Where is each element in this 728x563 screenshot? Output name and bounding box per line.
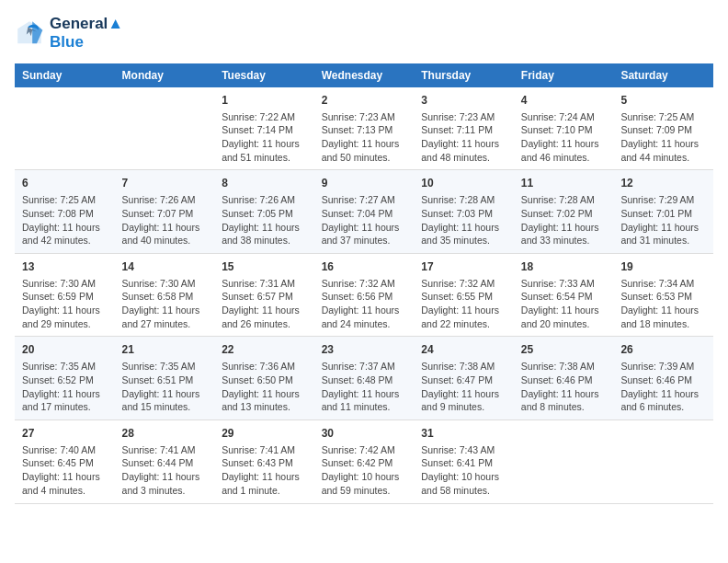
day-info: Sunrise: 7:23 AM Sunset: 7:11 PM Dayligh…: [421, 110, 506, 165]
day-number: 13: [22, 259, 108, 275]
day-number: 14: [122, 259, 208, 275]
calendar-cell: 19Sunrise: 7:34 AM Sunset: 6:53 PM Dayli…: [613, 253, 713, 337]
week-row-1: 1Sunrise: 7:22 AM Sunset: 7:14 PM Daylig…: [15, 87, 713, 170]
day-info: Sunrise: 7:38 AM Sunset: 6:47 PM Dayligh…: [421, 360, 506, 414]
day-info: Sunrise: 7:30 AM Sunset: 6:58 PM Dayligh…: [122, 277, 208, 331]
day-info: Sunrise: 7:32 AM Sunset: 6:56 PM Dayligh…: [322, 277, 407, 331]
calendar-cell: 27Sunrise: 7:40 AM Sunset: 6:45 PM Dayli…: [15, 419, 115, 503]
day-number: 11: [521, 176, 607, 191]
day-number: 5: [620, 93, 706, 109]
day-number: 28: [122, 426, 208, 442]
weekday-header-saturday: Saturday: [613, 63, 713, 87]
day-info: Sunrise: 7:27 AM Sunset: 7:04 PM Dayligh…: [322, 193, 407, 247]
day-number: 6: [22, 176, 108, 191]
day-number: 31: [421, 426, 506, 442]
calendar-cell: 12Sunrise: 7:29 AM Sunset: 7:01 PM Dayli…: [613, 170, 713, 254]
day-info: Sunrise: 7:29 AM Sunset: 7:01 PM Dayligh…: [620, 193, 706, 247]
calendar-cell: 3Sunrise: 7:23 AM Sunset: 7:11 PM Daylig…: [414, 87, 514, 170]
calendar-cell: 21Sunrise: 7:35 AM Sunset: 6:51 PM Dayli…: [115, 337, 215, 420]
day-number: 17: [421, 259, 506, 275]
weekday-header-tuesday: Tuesday: [214, 63, 314, 87]
calendar-cell: [15, 87, 115, 170]
weekday-header-row: SundayMondayTuesdayWednesdayThursdayFrid…: [15, 63, 713, 87]
day-number: 10: [421, 176, 506, 191]
day-info: Sunrise: 7:28 AM Sunset: 7:03 PM Dayligh…: [421, 193, 506, 247]
calendar-cell: 9Sunrise: 7:27 AM Sunset: 7:04 PM Daylig…: [314, 170, 415, 254]
day-info: Sunrise: 7:41 AM Sunset: 6:43 PM Dayligh…: [222, 443, 307, 498]
calendar-cell: 14Sunrise: 7:30 AM Sunset: 6:58 PM Dayli…: [115, 253, 215, 337]
calendar-cell: [514, 419, 614, 503]
calendar-cell: 2Sunrise: 7:23 AM Sunset: 7:13 PM Daylig…: [314, 87, 415, 170]
day-info: Sunrise: 7:40 AM Sunset: 6:45 PM Dayligh…: [22, 443, 108, 498]
day-number: 19: [620, 259, 706, 275]
day-number: 2: [322, 93, 407, 109]
calendar-cell: 7Sunrise: 7:26 AM Sunset: 7:07 PM Daylig…: [115, 170, 215, 254]
day-info: Sunrise: 7:22 AM Sunset: 7:14 PM Dayligh…: [222, 110, 307, 165]
week-row-2: 6Sunrise: 7:25 AM Sunset: 7:08 PM Daylig…: [15, 170, 713, 254]
weekday-header-wednesday: Wednesday: [314, 63, 415, 87]
day-number: 16: [322, 259, 407, 275]
day-info: Sunrise: 7:28 AM Sunset: 7:02 PM Dayligh…: [521, 193, 607, 247]
weekday-header-friday: Friday: [514, 63, 614, 87]
day-info: Sunrise: 7:35 AM Sunset: 6:52 PM Dayligh…: [22, 360, 108, 414]
calendar-table: SundayMondayTuesdayWednesdayThursdayFrid…: [15, 63, 713, 504]
day-number: 21: [122, 342, 208, 358]
day-info: Sunrise: 7:42 AM Sunset: 6:42 PM Dayligh…: [322, 443, 407, 498]
logo: General▲ Blue: [15, 15, 123, 52]
day-info: Sunrise: 7:31 AM Sunset: 6:57 PM Dayligh…: [222, 277, 307, 331]
calendar-cell: 15Sunrise: 7:31 AM Sunset: 6:57 PM Dayli…: [214, 253, 314, 337]
calendar-cell: 10Sunrise: 7:28 AM Sunset: 7:03 PM Dayli…: [414, 170, 514, 254]
day-number: 26: [620, 342, 706, 358]
day-number: 8: [222, 176, 307, 191]
day-number: 22: [222, 342, 307, 358]
day-number: 15: [222, 259, 307, 275]
day-info: Sunrise: 7:24 AM Sunset: 7:10 PM Dayligh…: [521, 110, 607, 165]
calendar-cell: 6Sunrise: 7:25 AM Sunset: 7:08 PM Daylig…: [15, 170, 115, 254]
calendar-cell: 13Sunrise: 7:30 AM Sunset: 6:59 PM Dayli…: [15, 253, 115, 337]
day-info: Sunrise: 7:38 AM Sunset: 6:46 PM Dayligh…: [521, 360, 607, 414]
day-number: 30: [322, 426, 407, 442]
day-info: Sunrise: 7:43 AM Sunset: 6:41 PM Dayligh…: [421, 443, 506, 498]
day-info: Sunrise: 7:39 AM Sunset: 6:46 PM Dayligh…: [620, 360, 706, 414]
day-info: Sunrise: 7:33 AM Sunset: 6:54 PM Dayligh…: [521, 277, 607, 331]
day-number: 25: [521, 342, 607, 358]
calendar-cell: 22Sunrise: 7:36 AM Sunset: 6:50 PM Dayli…: [214, 337, 314, 420]
day-number: 20: [22, 342, 108, 358]
calendar-cell: 1Sunrise: 7:22 AM Sunset: 7:14 PM Daylig…: [214, 87, 314, 170]
calendar-cell: [115, 87, 215, 170]
day-info: Sunrise: 7:30 AM Sunset: 6:59 PM Dayligh…: [22, 277, 108, 331]
day-info: Sunrise: 7:37 AM Sunset: 6:48 PM Dayligh…: [322, 360, 407, 414]
day-number: 24: [421, 342, 506, 358]
day-info: Sunrise: 7:23 AM Sunset: 7:13 PM Dayligh…: [322, 110, 407, 165]
calendar-cell: 31Sunrise: 7:43 AM Sunset: 6:41 PM Dayli…: [414, 419, 514, 503]
weekday-header-monday: Monday: [115, 63, 215, 87]
day-number: 29: [222, 426, 307, 442]
day-number: 1: [222, 93, 307, 109]
week-row-4: 20Sunrise: 7:35 AM Sunset: 6:52 PM Dayli…: [15, 337, 713, 420]
day-info: Sunrise: 7:32 AM Sunset: 6:55 PM Dayligh…: [421, 277, 506, 331]
day-info: Sunrise: 7:26 AM Sunset: 7:05 PM Dayligh…: [222, 193, 307, 247]
day-number: 18: [521, 259, 607, 275]
calendar-cell: 25Sunrise: 7:38 AM Sunset: 6:46 PM Dayli…: [514, 337, 614, 420]
day-info: Sunrise: 7:35 AM Sunset: 6:51 PM Dayligh…: [122, 360, 208, 414]
calendar-cell: [613, 419, 713, 503]
calendar-cell: 30Sunrise: 7:42 AM Sunset: 6:42 PM Dayli…: [314, 419, 415, 503]
calendar-cell: 20Sunrise: 7:35 AM Sunset: 6:52 PM Dayli…: [15, 337, 115, 420]
day-number: 9: [322, 176, 407, 191]
calendar-cell: 16Sunrise: 7:32 AM Sunset: 6:56 PM Dayli…: [314, 253, 415, 337]
day-info: Sunrise: 7:41 AM Sunset: 6:44 PM Dayligh…: [122, 443, 208, 498]
logo-text: General▲ Blue: [50, 15, 123, 52]
day-number: 27: [22, 426, 108, 442]
day-number: 3: [421, 93, 506, 109]
calendar-cell: 29Sunrise: 7:41 AM Sunset: 6:43 PM Dayli…: [214, 419, 314, 503]
calendar-cell: 26Sunrise: 7:39 AM Sunset: 6:46 PM Dayli…: [613, 337, 713, 420]
calendar-cell: 18Sunrise: 7:33 AM Sunset: 6:54 PM Dayli…: [514, 253, 614, 337]
calendar-cell: 5Sunrise: 7:25 AM Sunset: 7:09 PM Daylig…: [613, 87, 713, 170]
day-info: Sunrise: 7:25 AM Sunset: 7:08 PM Dayligh…: [22, 193, 108, 247]
calendar-cell: 4Sunrise: 7:24 AM Sunset: 7:10 PM Daylig…: [514, 87, 614, 170]
calendar-cell: 11Sunrise: 7:28 AM Sunset: 7:02 PM Dayli…: [514, 170, 614, 254]
weekday-header-thursday: Thursday: [414, 63, 514, 87]
day-number: 7: [122, 176, 208, 191]
page-header: General▲ Blue: [15, 15, 713, 52]
calendar-cell: 17Sunrise: 7:32 AM Sunset: 6:55 PM Dayli…: [414, 253, 514, 337]
